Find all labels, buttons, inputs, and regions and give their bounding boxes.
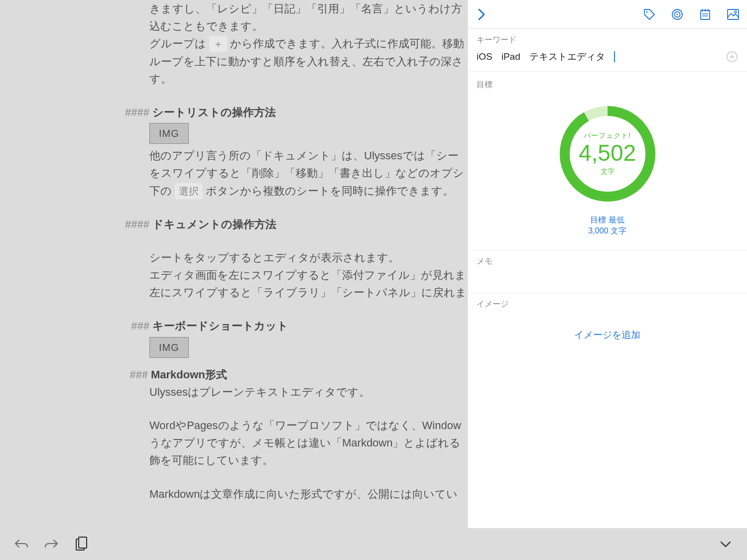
heading-4: #### ドキュメントの操作方法: [5, 216, 462, 233]
body-text: きますし、「レシピ」「日記」「引用」「名言」というわけ方: [5, 0, 462, 17]
svg-rect-10: [728, 9, 739, 19]
dismiss-keyboard-button[interactable]: [718, 537, 733, 552]
goal-unit: 文字: [601, 167, 615, 176]
goal-section-label: 目標: [468, 77, 747, 90]
goal-status-label: パーフェクト!: [584, 131, 631, 140]
clipboard-button[interactable]: [74, 537, 89, 552]
undo-button[interactable]: [14, 537, 29, 552]
goal-section: 目標 パーフェクト! 4,502 文字 目標 最低 3,000 文字: [468, 72, 747, 250]
heading-4: #### シートリストの操作方法: [5, 104, 462, 121]
heading-marker: ###: [124, 317, 149, 335]
memo-section[interactable]: メモ: [468, 250, 747, 293]
memo-section-label: メモ: [468, 250, 747, 272]
body-text: グループは ＋ から作成できます。入れ子式に作成可能。移動: [5, 35, 462, 52]
image-placeholder[interactable]: IMG: [149, 123, 189, 144]
body-text: シートをタップするとエディタが表示されます。: [5, 249, 462, 266]
keyword-tag[interactable]: テキストエディタ: [529, 50, 605, 63]
body-text: うなアプリですが、メモ帳とは違い「Markdown」とよばれる: [5, 434, 462, 451]
goal-target-link[interactable]: 目標 最低 3,000 文字: [588, 215, 626, 237]
keyword-row[interactable]: iOS iPad テキストエディタ: [468, 50, 747, 72]
goal-progress-ring[interactable]: パーフェクト! 4,502 文字: [558, 104, 657, 204]
svg-point-0: [646, 11, 647, 12]
body-text: す。: [5, 70, 462, 88]
svg-rect-18: [79, 537, 87, 548]
body-text: 左にスワイプすると「ライブラリ」「シートパネル」に戻れま: [5, 284, 462, 301]
svg-point-3: [676, 13, 678, 15]
body-text: Markdownは文章作成に向いた形式ですが、公開には向いてい: [5, 485, 462, 503]
heading-marker: ####: [117, 216, 149, 233]
keyword-section-label: キーワード: [468, 29, 747, 50]
body-text: 下の 選択 ボタンから複数のシートを同時に操作できます。: [5, 182, 462, 200]
add-image-button[interactable]: イメージを追加: [468, 315, 747, 355]
keyboard-toolbar: [0, 528, 747, 560]
image-section: イメージ イメージを追加: [468, 293, 747, 355]
body-text: 込むこともできます。: [5, 17, 462, 35]
image-placeholder[interactable]: IMG: [149, 337, 189, 358]
keyword-tag[interactable]: iPad: [501, 51, 520, 62]
goal-count: 4,502: [579, 141, 636, 164]
target-icon[interactable]: [670, 7, 684, 21]
svg-rect-4: [701, 10, 710, 19]
body-text: 飾を可能にしています。: [5, 451, 462, 469]
body-text: エディタ画面を左にスワイプすると「添付ファイル」が見れま: [5, 266, 462, 284]
add-keyword-button[interactable]: [726, 51, 738, 63]
redo-button[interactable]: [44, 537, 59, 552]
plus-badge: ＋: [209, 36, 227, 52]
note-icon[interactable]: [698, 7, 712, 21]
body-text: Ulyssesはプレーンテキストエディタです。: [5, 383, 462, 401]
body-text: WordやPagesのような「ワープロソフト」ではなく、Window: [5, 417, 462, 434]
chevron-right-icon[interactable]: [475, 7, 489, 21]
inspector-pane: キーワード iOS iPad テキストエディタ 目標 パーフェクト!: [467, 0, 747, 528]
heading-marker: ####: [117, 104, 149, 121]
body-text: ループを上下に動かすと順序を入れ替え、左右で入れ子の深さ: [5, 53, 462, 70]
tag-icon[interactable]: [642, 7, 656, 21]
keyword-tag[interactable]: iOS: [477, 51, 493, 62]
heading-3: ### Markdown形式: [5, 366, 462, 383]
inspector-toolbar: [468, 0, 747, 29]
body-text: 他のアプリ言う所の「ドキュメント」は、Ulyssesでは「シー: [5, 147, 462, 164]
heading-marker: ###: [128, 366, 148, 383]
select-badge: 選択: [175, 183, 203, 199]
image-section-label: イメージ: [468, 293, 747, 315]
text-cursor: [614, 51, 615, 62]
heading-3: ### キーボードショートカット: [5, 317, 462, 335]
body-text: をスワイプすると「削除」「移動」「書き出し」などのオプシ: [5, 164, 462, 182]
editor-pane[interactable]: きますし、「レシピ」「日記」「引用」「名言」というわけ方 込むこともできます。 …: [0, 0, 467, 528]
svg-point-11: [735, 11, 737, 13]
image-icon[interactable]: [726, 7, 740, 21]
